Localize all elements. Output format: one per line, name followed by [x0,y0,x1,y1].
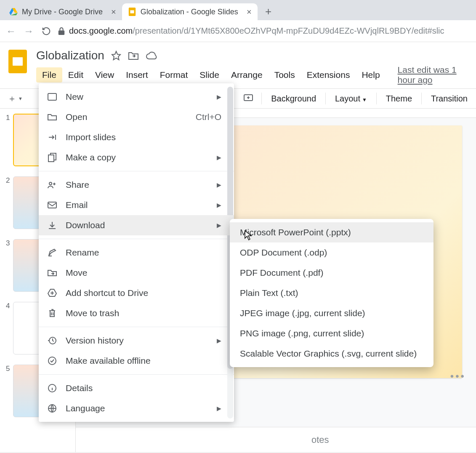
file-version-history[interactable]: Version history ▶ [39,330,234,351]
svg-marker-8 [112,51,120,60]
svg-rect-13 [48,93,56,100]
download-icon [46,221,58,229]
submenu-arrow-icon: ▶ [217,337,221,344]
menu-view[interactable]: View [89,67,120,83]
info-icon [46,384,58,393]
back-button[interactable]: ← [5,25,17,37]
app-header: Globalization File Edit View Insert Form… [0,42,476,85]
close-tab-icon[interactable]: × [247,7,252,17]
browser-tab-drive[interactable]: My Drive - Google Drive × [3,3,122,20]
thumb-index: 5 [6,365,10,373]
drive-favicon [9,8,18,16]
svg-point-19 [48,357,56,365]
menu-separator [39,374,234,375]
file-menu-dropdown: New ▶ Open Ctrl+O Import slides Make a c… [39,83,234,422]
move-icon [46,269,58,277]
file-move[interactable]: Move [39,263,234,283]
svg-rect-4 [130,10,134,13]
slides-logo[interactable] [5,49,30,74]
forward-button[interactable]: → [23,25,35,37]
email-icon [46,202,58,208]
download-png[interactable]: PNG image (.png, current slide) [230,323,433,344]
menu-edit[interactable]: Edit [62,67,89,83]
file-share[interactable]: Share ▶ [39,175,234,195]
menu-bar: File Edit View Insert Format Slide Arran… [36,65,469,85]
menu-separator [39,239,234,239]
download-submenu: Microsoft PowerPoint (.pptx) ODP Documen… [230,219,433,367]
thumb-index: 1 [6,114,10,122]
svg-rect-5 [59,30,64,35]
file-trash[interactable]: Move to trash [39,303,234,323]
background-button[interactable]: Background [267,92,320,105]
menu-insert[interactable]: Insert [120,67,154,83]
file-new[interactable]: New ▶ [39,87,234,107]
thumb-index: 2 [6,176,10,185]
lock-icon [58,27,65,35]
menu-extensions[interactable]: Extensions [301,67,356,83]
theme-button[interactable]: Theme [382,92,416,105]
star-icon[interactable] [111,51,121,61]
menu-help[interactable]: Help [356,67,386,83]
download-pdf[interactable]: PDF Document (.pdf) [230,263,433,283]
reload-button[interactable] [40,25,52,37]
share-icon [46,181,58,189]
svg-point-15 [49,182,52,185]
submenu-arrow-icon: ▶ [217,93,221,100]
folder-icon [46,113,58,121]
speaker-notes[interactable]: otes [76,427,476,452]
close-tab-icon[interactable]: × [111,7,116,17]
download-pptx[interactable]: Microsoft PowerPoint (.pptx) [230,222,433,242]
download-odp[interactable]: ODP Document (.odp) [230,242,433,263]
submenu-arrow-icon: ▶ [217,202,221,208]
browser-tab-strip: My Drive - Google Drive × Globalization … [0,0,476,20]
file-download[interactable]: Download ▶ [39,215,234,235]
file-import[interactable]: Import slides [39,127,234,147]
thumb-index: 4 [6,302,10,310]
url-path: /presentation/d/1YMt65X800eOZhVPqM-mpFZu… [133,26,444,35]
file-language[interactable]: Language ▶ [39,398,234,418]
file-offline[interactable]: Make available offline [39,351,234,371]
menu-slide[interactable]: Slide [194,67,225,83]
submenu-arrow-icon: ▶ [217,405,221,412]
menu-arrange[interactable]: Arrange [225,67,269,83]
slides-favicon [128,8,136,16]
file-details[interactable]: Details [39,378,234,398]
layout-button[interactable]: Layout▼ [331,92,371,105]
file-make-copy[interactable]: Make a copy ▶ [39,147,234,168]
menu-separator [39,327,234,327]
last-edit-link[interactable]: Last edit was 1 hour ago [398,65,469,85]
file-rename[interactable]: Rename [39,242,234,263]
doc-title[interactable]: Globalization [36,49,104,62]
open-shortcut: Ctrl+O [196,112,221,122]
menu-file[interactable]: File [36,67,62,83]
file-email[interactable]: Email ▶ [39,195,234,215]
move-to-folder-icon[interactable] [128,51,139,60]
download-svg[interactable]: Scalable Vector Graphics (.svg, current … [230,344,433,364]
browser-address-bar: ← → docs.google.com/presentation/d/1YMt6… [0,20,476,42]
download-jpg[interactable]: JPEG image (.jpg, current slide) [230,303,433,323]
shortcut-icon [46,289,58,297]
file-open[interactable]: Open Ctrl+O [39,107,234,127]
comment-icon[interactable] [240,93,256,104]
submenu-arrow-icon: ▶ [217,154,221,161]
svg-rect-16 [48,202,56,208]
download-txt[interactable]: Plain Text (.txt) [230,283,433,303]
svg-rect-14 [48,155,54,162]
browser-tab-title: My Drive - Google Drive [22,8,103,16]
url-input[interactable]: docs.google.com/presentation/d/1YMt65X80… [58,26,471,36]
mouse-cursor-icon [244,230,253,241]
import-icon [46,133,58,141]
offline-icon [46,356,58,365]
cloud-status-icon[interactable] [146,51,157,60]
transition-button[interactable]: Transition [427,92,472,105]
more-icon[interactable]: ••• [450,370,466,382]
new-slide-button[interactable]: ＋ ▼ [4,91,26,106]
menu-tools[interactable]: Tools [269,67,301,83]
menu-format[interactable]: Format [154,67,194,83]
submenu-arrow-icon: ▶ [217,222,221,229]
rename-icon [46,248,58,257]
new-tab-button[interactable]: + [261,4,276,19]
browser-tab-slides[interactable]: Globalization - Google Slides × [122,3,258,20]
file-add-shortcut[interactable]: Add shortcut to Drive [39,283,234,303]
menu-separator [39,171,234,171]
